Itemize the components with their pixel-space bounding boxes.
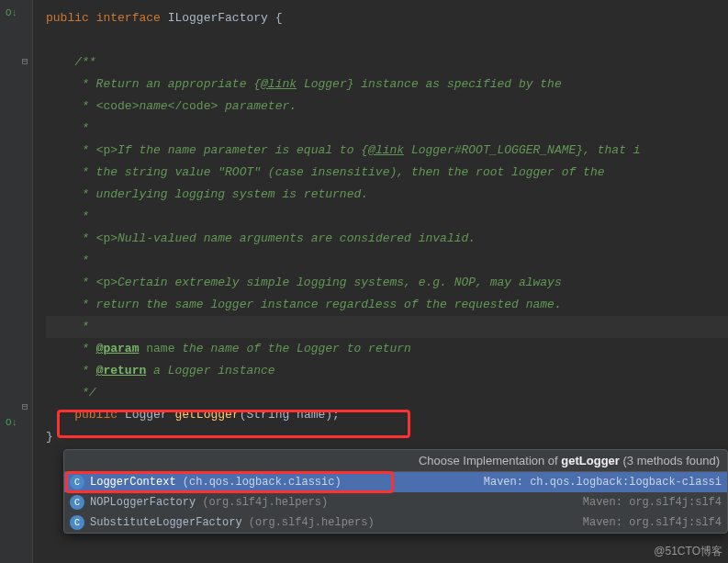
editor-gutter: O↓ ⊟ ⊟ O↓ bbox=[0, 0, 33, 563]
javadoc-line: */ bbox=[46, 382, 728, 404]
implementation-popup[interactable]: Choose Implementation of getLogger (3 me… bbox=[63, 449, 728, 534]
popup-item-nop[interactable]: C NOPLoggerFactory (org.slf4j.helpers) M… bbox=[64, 492, 727, 512]
class-icon: C bbox=[70, 495, 84, 510]
code-editor[interactable]: public interface ILoggerFactory { /** * … bbox=[33, 0, 728, 448]
javadoc-line: * underlying logging system is returned. bbox=[46, 184, 728, 206]
method-declaration: public Logger getLogger(String name); bbox=[46, 404, 728, 426]
javadoc-line: * <code>name</code> parameter. bbox=[46, 96, 728, 118]
javadoc-line: * @param name the name of the Logger to … bbox=[46, 338, 728, 360]
javadoc-line: * @return a Logger instance bbox=[46, 360, 728, 382]
watermark: @51CTO博客 bbox=[654, 544, 722, 559]
javadoc-line: * bbox=[46, 316, 728, 338]
popup-item-loggercontext[interactable]: C LoggerContext (ch.qos.logback.classic)… bbox=[64, 472, 727, 492]
javadoc-line: * bbox=[46, 206, 728, 228]
javadoc-line: * <p>Null-valued name arguments are cons… bbox=[46, 228, 728, 250]
javadoc-line: * bbox=[46, 250, 728, 272]
javadoc-line: * bbox=[46, 118, 728, 140]
popup-title: Choose Implementation of getLogger (3 me… bbox=[64, 450, 727, 472]
javadoc-line: * the string value "ROOT" (case insensit… bbox=[46, 162, 728, 184]
override-gutter-icon[interactable]: O↓ bbox=[6, 7, 17, 18]
popup-item-substitute[interactable]: C SubstituteLoggerFactory (org.slf4j.hel… bbox=[64, 512, 727, 533]
code-line bbox=[46, 29, 728, 51]
javadoc-line: * Return an appropriate {@link Logger} i… bbox=[46, 73, 728, 96]
class-icon: C bbox=[70, 515, 84, 530]
fold-end-icon[interactable]: ⊟ bbox=[22, 400, 28, 412]
javadoc-line: * <p>If the name parameter is equal to {… bbox=[46, 140, 728, 162]
class-icon: C bbox=[70, 475, 84, 490]
code-line: } bbox=[46, 426, 728, 448]
override-gutter-icon[interactable]: O↓ bbox=[6, 417, 17, 428]
javadoc-line: * return the same logger instance regard… bbox=[46, 294, 728, 316]
fold-icon[interactable]: ⊟ bbox=[22, 55, 28, 67]
code-line: public interface ILoggerFactory { bbox=[46, 7, 728, 29]
javadoc-line: * <p>Certain extremely simple logging sy… bbox=[46, 272, 728, 294]
javadoc-line: /** bbox=[46, 51, 728, 73]
